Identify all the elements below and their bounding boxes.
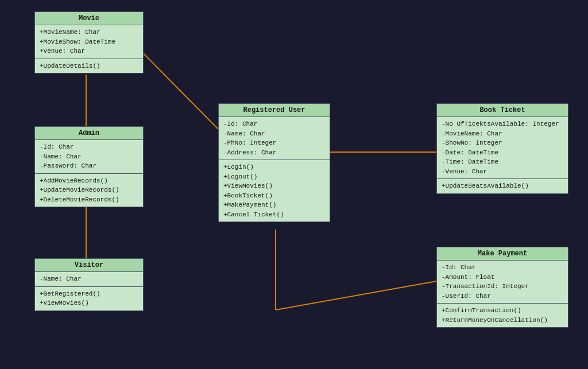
movie-attr-2: +MovieShow: DateTime bbox=[40, 37, 138, 47]
bookticket-attr-6: -Venue: Char bbox=[442, 167, 563, 177]
class-book-ticket: Book Ticket -No OfTicektsAvailable: Inte… bbox=[436, 103, 568, 194]
class-visitor: Visitor -Name: Char +GetRegistered() +Vi… bbox=[34, 258, 144, 311]
makepayment-method-2: +ReturnMoneyOnCancellation() bbox=[442, 316, 563, 325]
makepayment-attr-3: -TransactionId: Integer bbox=[442, 282, 563, 292]
reguser-method-6: +Cancel Ticket() bbox=[223, 210, 325, 220]
class-book-ticket-title: Book Ticket bbox=[437, 104, 568, 117]
movie-attr-3: +Venue: Char bbox=[40, 46, 138, 56]
admin-method-3: +DeleteMovieRecords() bbox=[40, 195, 138, 205]
reguser-attr-2: -Name: Char bbox=[223, 129, 325, 139]
class-book-ticket-methods: +UpdateSeatsAvailable() bbox=[437, 179, 568, 193]
class-visitor-methods: +GetRegistered() +ViewMovies() bbox=[35, 287, 143, 310]
class-movie-methods: +UpdateDetails() bbox=[35, 59, 143, 73]
svg-line-5 bbox=[276, 281, 436, 310]
class-registered-user-methods: +Login() +Logout() +ViewMovies() +BookTi… bbox=[219, 160, 330, 222]
movie-attr-1: +MovieName: Char bbox=[40, 28, 138, 37]
bookticket-attr-1: -No OfTicektsAvailable: Integer bbox=[442, 119, 563, 129]
admin-attr-2: -Name: Char bbox=[40, 152, 138, 162]
makepayment-attr-2: -Amount: Float bbox=[442, 273, 563, 282]
class-registered-user-title: Registered User bbox=[219, 104, 330, 117]
bookticket-attr-5: -Time: DateTime bbox=[442, 157, 563, 167]
diagram-container: Movie +MovieName: Char +MovieShow: DateT… bbox=[0, 0, 588, 369]
reguser-method-2: +Logout() bbox=[223, 172, 325, 182]
bookticket-attr-4: -Date: DateTime bbox=[442, 148, 563, 158]
class-make-payment-attributes: -Id: Char -Amount: Float -TransactionId:… bbox=[437, 261, 568, 304]
movie-method-1: +UpdateDetails() bbox=[40, 61, 138, 71]
reguser-method-5: +MakePayment() bbox=[223, 200, 325, 210]
class-registered-user: Registered User -Id: Char -Name: Char -P… bbox=[218, 103, 330, 222]
visitor-attr-1: -Name: Char bbox=[40, 274, 138, 284]
reguser-attr-1: -Id: Char bbox=[223, 119, 325, 129]
reguser-method-1: +Login() bbox=[223, 162, 325, 172]
bookticket-attr-3: -ShowNo: Integer bbox=[442, 138, 563, 148]
class-book-ticket-attributes: -No OfTicektsAvailable: Integer -MovieNa… bbox=[437, 117, 568, 179]
class-admin: Admin -Id: Char -Name: Char -Password: C… bbox=[34, 126, 144, 207]
class-admin-title: Admin bbox=[35, 127, 143, 140]
class-admin-methods: +AddMovieRecords() +UpdateMovieRecords()… bbox=[35, 174, 143, 207]
class-visitor-attributes: -Name: Char bbox=[35, 272, 143, 287]
bookticket-attr-2: -MovieName: Char bbox=[442, 129, 563, 139]
class-movie-attributes: +MovieName: Char +MovieShow: DateTime +V… bbox=[35, 25, 143, 59]
visitor-method-2: +ViewMovies() bbox=[40, 298, 138, 308]
admin-attr-1: -Id: Char bbox=[40, 142, 138, 152]
reguser-attr-4: -Address: Char bbox=[223, 148, 325, 158]
reguser-method-4: +BookTicket() bbox=[223, 191, 325, 201]
makepayment-attr-4: -UserId: Char bbox=[442, 292, 563, 301]
class-make-payment-methods: +ConfirmTransaction() +ReturnMoneyOnCanc… bbox=[437, 304, 568, 327]
reguser-method-3: +ViewMovies() bbox=[223, 181, 325, 191]
class-make-payment: Make Payment -Id: Char -Amount: Float -T… bbox=[436, 247, 568, 328]
class-admin-attributes: -Id: Char -Name: Char -Password: Char bbox=[35, 140, 143, 174]
class-visitor-title: Visitor bbox=[35, 259, 143, 272]
bookticket-method-1: +UpdateSeatsAvailable() bbox=[442, 181, 563, 191]
reguser-attr-3: -PhNo: Integer bbox=[223, 138, 325, 148]
makepayment-attr-1: -Id: Char bbox=[442, 263, 563, 273]
admin-method-2: +UpdateMovieRecords() bbox=[40, 185, 138, 195]
visitor-method-1: +GetRegistered() bbox=[40, 289, 138, 299]
makepayment-method-1: +ConfirmTransaction() bbox=[442, 306, 563, 316]
class-registered-user-attributes: -Id: Char -Name: Char -PhNo: Integer -Ad… bbox=[219, 117, 330, 160]
class-movie: Movie +MovieName: Char +MovieShow: DateT… bbox=[34, 11, 144, 73]
class-movie-title: Movie bbox=[35, 12, 143, 25]
class-make-payment-title: Make Payment bbox=[437, 247, 568, 261]
admin-method-1: +AddMovieRecords() bbox=[40, 176, 138, 186]
admin-attr-3: -Password: Char bbox=[40, 161, 138, 171]
